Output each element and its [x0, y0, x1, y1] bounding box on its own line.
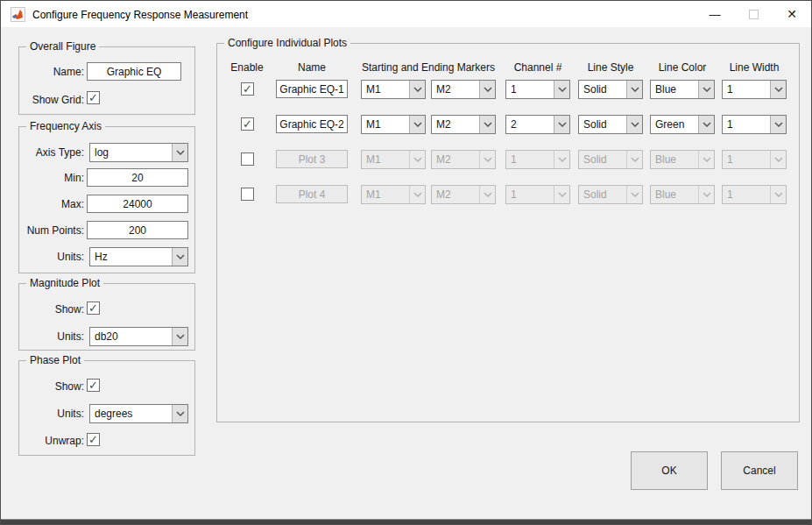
chevron-down-icon [698, 81, 714, 98]
chevron-down-icon [770, 116, 786, 133]
start-marker-select-value: M1 [362, 153, 409, 166]
chevron-down-icon [409, 116, 425, 133]
end-marker-select[interactable]: M2 [431, 115, 496, 134]
column-header-line-style: Line Style [571, 61, 650, 74]
plots-group: Configure Individual Plots EnableNameSta… [216, 43, 800, 422]
line-color-select-value: Green [651, 118, 698, 131]
line-width-select[interactable]: 1 [722, 115, 787, 134]
chevron-down-icon [626, 151, 642, 168]
line-color-select-value: Blue [651, 83, 698, 96]
channel-select[interactable]: 1 [505, 80, 570, 99]
ok-button-label: OK [661, 465, 676, 477]
figure-name-field[interactable] [87, 62, 181, 81]
magnitude-units-value: db20 [90, 330, 172, 343]
line-width-select-value: 1 [723, 188, 770, 201]
phase-show-checkbox[interactable]: ✓ [87, 379, 100, 392]
start-marker-select: M1 [361, 185, 426, 204]
line-width-select: 1 [722, 150, 787, 169]
end-marker-select-value: M2 [432, 83, 479, 96]
plot-enable-checkbox[interactable]: ✓ [241, 117, 254, 131]
chevron-down-icon [554, 116, 569, 133]
freq-units-value: Hz [90, 251, 172, 263]
start-marker-select[interactable]: M1 [361, 115, 426, 134]
start-marker-select-value: M1 [362, 188, 409, 201]
chevron-down-icon [626, 116, 642, 133]
chevron-down-icon [698, 186, 714, 203]
plot-enable-checkbox[interactable]: ✓ [241, 82, 254, 96]
magnitude-units-select[interactable]: db20 [89, 327, 188, 346]
line-color-select: Blue [650, 185, 715, 204]
channel-select-value: 1 [506, 188, 554, 201]
channel-select[interactable]: 2 [505, 115, 570, 134]
line-style-select-value: Solid [579, 118, 626, 131]
chevron-down-icon [409, 186, 425, 203]
close-button[interactable]: ✕ [773, 1, 811, 27]
window-title: Configure Frequency Response Measurement [32, 9, 248, 21]
chevron-down-icon [409, 151, 425, 168]
group-legend: Configure Individual Plots [224, 37, 350, 49]
chevron-down-icon [770, 81, 786, 98]
channel-select-value: 1 [506, 83, 554, 96]
minimize-button[interactable]: — [695, 1, 734, 27]
line-color-select[interactable]: Green [650, 115, 715, 134]
group-legend: Overall Figure [26, 40, 99, 53]
chevron-down-icon [479, 116, 495, 133]
line-color-select[interactable]: Blue [650, 80, 715, 99]
phase-units-label: Units: [19, 408, 84, 420]
ok-button[interactable]: OK [631, 451, 708, 490]
unwrap-checkbox[interactable]: ✓ [87, 433, 100, 446]
chevron-down-icon [770, 186, 786, 203]
column-header-starting-and-ending-markers: Starting and Ending Markers [341, 61, 516, 74]
chevron-down-icon [554, 186, 569, 203]
magnitude-show-checkbox[interactable]: ✓ [87, 302, 100, 315]
end-marker-select-value: M2 [432, 153, 479, 166]
phase-units-select[interactable]: degrees [89, 404, 188, 423]
freq-min-field[interactable] [87, 168, 188, 187]
line-color-select: Blue [650, 150, 715, 169]
freq-max-label: Max: [19, 198, 84, 210]
phase-plot-group: Phase Plot Show: ✓ Units: degrees Unwrap… [18, 360, 195, 456]
matlab-logo-icon [11, 7, 25, 22]
show-grid-checkbox[interactable]: ✓ [87, 91, 100, 104]
chevron-down-icon [172, 248, 187, 266]
line-style-select-value: Solid [579, 188, 626, 201]
end-marker-select[interactable]: M2 [431, 80, 496, 99]
plot-name-field[interactable] [276, 80, 348, 98]
line-width-select[interactable]: 1 [722, 80, 787, 99]
end-marker-select: M2 [431, 150, 496, 169]
plot-name-field[interactable] [276, 115, 348, 133]
unwrap-label: Unwrap: [19, 435, 84, 447]
freq-min-label: Min: [19, 172, 84, 184]
line-style-select: Solid [578, 185, 643, 204]
maximize-icon [749, 10, 759, 19]
freq-units-select[interactable]: Hz [89, 247, 188, 266]
num-points-label: Num Points: [19, 224, 84, 237]
cancel-button[interactable]: Cancel [721, 451, 798, 490]
chevron-down-icon [626, 81, 642, 98]
close-icon: ✕ [787, 7, 797, 21]
line-width-select-value: 1 [723, 118, 770, 131]
line-style-select[interactable]: Solid [578, 80, 643, 99]
group-legend: Magnitude Plot [26, 277, 103, 289]
start-marker-select-value: M1 [362, 118, 409, 131]
line-style-select-value: Solid [579, 83, 626, 96]
line-style-select[interactable]: Solid [578, 115, 643, 134]
axis-type-select[interactable]: log [89, 143, 188, 162]
chevron-down-icon [479, 186, 495, 203]
title-bar[interactable]: Configure Frequency Response Measurement… [1, 1, 811, 27]
magnitude-units-label: Units: [19, 330, 84, 343]
maximize-button [734, 1, 773, 27]
chevron-down-icon [626, 186, 642, 203]
plot-enable-checkbox[interactable] [241, 153, 254, 166]
line-color-select-value: Blue [651, 188, 698, 201]
axis-type-label: Axis Type: [19, 146, 84, 159]
start-marker-select[interactable]: M1 [361, 80, 426, 99]
phase-show-label: Show: [19, 380, 84, 393]
line-style-select: Solid [578, 150, 643, 169]
plot-enable-checkbox[interactable] [241, 188, 254, 201]
freq-max-field[interactable] [87, 195, 188, 213]
line-color-select-value: Blue [651, 153, 698, 166]
cancel-button-label: Cancel [743, 465, 775, 477]
chevron-down-icon [172, 405, 187, 422]
num-points-field[interactable] [87, 221, 188, 239]
